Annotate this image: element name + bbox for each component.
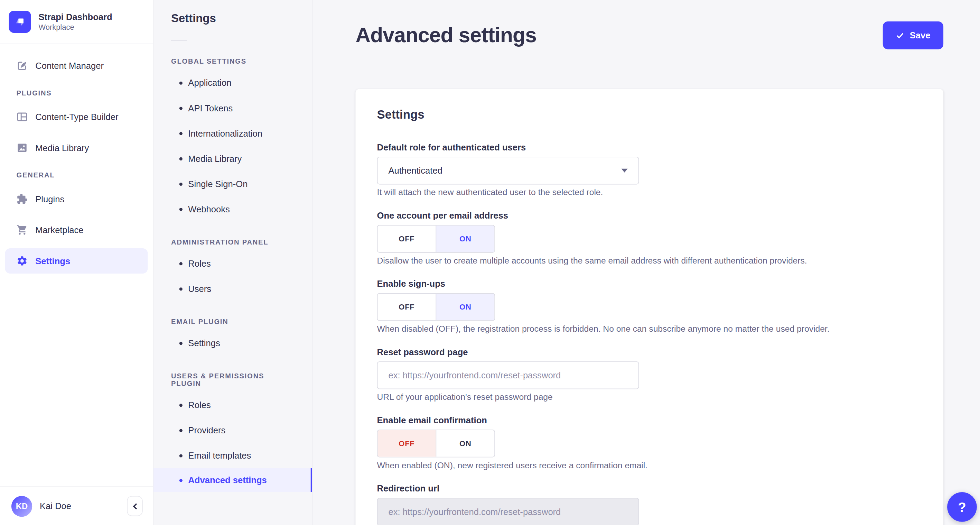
bullet-icon (180, 454, 183, 457)
subnav-item-email-templates[interactable]: Email templates (153, 443, 312, 468)
email-confirmation-toggle: OFF ON (377, 429, 495, 457)
sidebar-footer: KD Kai Doe (0, 487, 153, 525)
layout-grid-icon (16, 112, 28, 123)
bullet-icon (180, 479, 183, 482)
primary-sidebar: Strapi Dashboard Workplace Content Manag… (0, 0, 153, 525)
page-header: Advanced settings Save (312, 0, 980, 49)
divider (171, 40, 187, 41)
user-name: Kai Doe (40, 501, 71, 511)
one-account-toggle-off[interactable]: OFF (377, 225, 436, 252)
card-heading: Settings (377, 108, 922, 123)
settings-subnav: Settings GLOBAL SETTINGS Application API… (153, 0, 312, 525)
strapi-logo-icon (9, 11, 31, 33)
bullet-icon (180, 262, 183, 265)
brand-title: Strapi Dashboard (38, 11, 112, 23)
bullet-icon (180, 287, 183, 290)
subnav-item-api-tokens[interactable]: API Tokens (153, 96, 312, 121)
enable-sign-ups-toggle: OFF ON (377, 293, 495, 321)
enable-sign-ups-hint: When disabled (OFF), the registration pr… (377, 323, 922, 334)
bullet-icon (180, 183, 183, 186)
bullet-icon (180, 404, 183, 407)
email-confirmation-toggle-on[interactable]: ON (436, 430, 494, 457)
field-default-role: Default role for authenticated users Aut… (377, 142, 922, 198)
subnav-section-email-plugin: EMAIL PLUGIN (171, 318, 294, 326)
reset-password-label: Reset password page (377, 347, 922, 357)
caret-down-icon (621, 169, 627, 172)
subnav-title: Settings (171, 11, 294, 25)
default-role-hint: It will attach the new authenticated use… (377, 187, 922, 198)
email-confirmation-toggle-off[interactable]: OFF (377, 430, 436, 457)
subnav-item-webhooks[interactable]: Webhooks (153, 196, 312, 222)
subnav-item-admin-users[interactable]: Users (153, 276, 312, 301)
picture-icon (16, 142, 28, 153)
main-content: Advanced settings Save Settings Default … (312, 0, 980, 525)
sidebar-item-content-type-builder[interactable]: Content-Type Builder (0, 104, 153, 129)
checkmark-icon (896, 31, 904, 40)
enable-sign-ups-toggle-off[interactable]: OFF (377, 294, 436, 320)
subnav-item-providers[interactable]: Providers (153, 417, 312, 443)
sidebar-item-media-library[interactable]: Media Library (0, 135, 153, 161)
save-button[interactable]: Save (883, 21, 943, 49)
bullet-icon (180, 342, 183, 345)
sidebar-item-label: Marketplace (35, 225, 83, 235)
field-enable-email-confirmation: Enable email confirmation OFF ON When en… (377, 415, 922, 471)
subnav-item-media-library[interactable]: Media Library (153, 146, 312, 171)
reset-password-input[interactable] (377, 361, 639, 389)
sidebar-item-label: Plugins (35, 194, 64, 204)
bullet-icon (180, 81, 183, 85)
settings-card: Settings Default role for authenticated … (355, 89, 943, 525)
one-account-hint: Disallow the user to create multiple acc… (377, 255, 922, 266)
subnav-section-users-permissions-plugin: USERS & PERMISSIONS PLUGIN (171, 372, 294, 387)
one-account-toggle-on[interactable]: ON (436, 225, 494, 252)
sidebar-item-label: Content Manager (35, 61, 104, 70)
subnav-item-advanced-settings[interactable]: Advanced settings (153, 468, 312, 492)
reset-password-hint: URL of your application's reset password… (377, 392, 922, 402)
sidebar-section-general: GENERAL (0, 171, 153, 179)
sidebar-item-settings[interactable]: Settings (5, 248, 148, 274)
sidebar-item-plugins[interactable]: Plugins (0, 187, 153, 212)
app-window: Strapi Dashboard Workplace Content Manag… (0, 0, 980, 525)
subnav-section-global-settings: GLOBAL SETTINGS (171, 57, 294, 65)
workspace-brand[interactable]: Strapi Dashboard Workplace (0, 0, 153, 44)
subnav-item-internationalization[interactable]: Internationalization (153, 121, 312, 146)
gear-icon (16, 255, 28, 266)
default-role-label: Default role for authenticated users (377, 142, 922, 152)
shopping-cart-icon (16, 224, 28, 236)
brand-subtitle: Workplace (38, 23, 112, 32)
bullet-icon (180, 107, 183, 110)
email-confirmation-label: Enable email confirmation (377, 415, 922, 425)
help-button[interactable]: ? (947, 492, 977, 522)
email-confirmation-hint: When enabled (ON), new registered users … (377, 460, 922, 471)
subnav-item-application[interactable]: Application (153, 70, 312, 96)
save-button-label: Save (910, 30, 931, 40)
field-redirection-url: Redirection url (377, 483, 922, 525)
user-avatar[interactable]: KD (11, 496, 32, 516)
bullet-icon (180, 208, 183, 211)
sidebar-item-label: Media Library (35, 143, 89, 153)
default-role-select[interactable]: Authenticated (377, 157, 639, 184)
bullet-icon (180, 429, 183, 432)
sidebar-item-label: Content-Type Builder (35, 112, 118, 122)
redirection-url-input[interactable] (377, 498, 639, 525)
sidebar-item-label: Settings (35, 256, 70, 266)
field-enable-sign-ups: Enable sign-ups OFF ON When disabled (OF… (377, 279, 922, 334)
collapse-sidebar-button[interactable] (127, 496, 143, 516)
one-account-toggle: OFF ON (377, 225, 495, 252)
puzzle-icon (16, 193, 28, 205)
page-title: Advanced settings (355, 24, 536, 47)
sidebar-item-content-manager[interactable]: Content Manager (0, 53, 153, 78)
subnav-item-email-settings[interactable]: Settings (153, 330, 312, 356)
field-reset-password-page: Reset password page URL of your applicat… (377, 347, 922, 402)
chevron-left-icon (133, 503, 139, 509)
sidebar-item-marketplace[interactable]: Marketplace (0, 217, 153, 243)
feather-pen-icon (16, 60, 28, 72)
subnav-section-administration-panel: ADMINISTRATION PANEL (171, 238, 294, 246)
sidebar-nav: Content Manager PLUGINS Content-Type Bui… (0, 44, 153, 274)
field-one-account-per-email: One account per email address OFF ON Dis… (377, 210, 922, 266)
subnav-item-admin-roles[interactable]: Roles (153, 251, 312, 276)
subnav-item-up-roles[interactable]: Roles (153, 392, 312, 417)
redirection-url-label: Redirection url (377, 483, 922, 493)
enable-sign-ups-label: Enable sign-ups (377, 279, 922, 289)
enable-sign-ups-toggle-on[interactable]: ON (436, 294, 494, 320)
subnav-item-single-sign-on[interactable]: Single Sign-On (153, 171, 312, 196)
